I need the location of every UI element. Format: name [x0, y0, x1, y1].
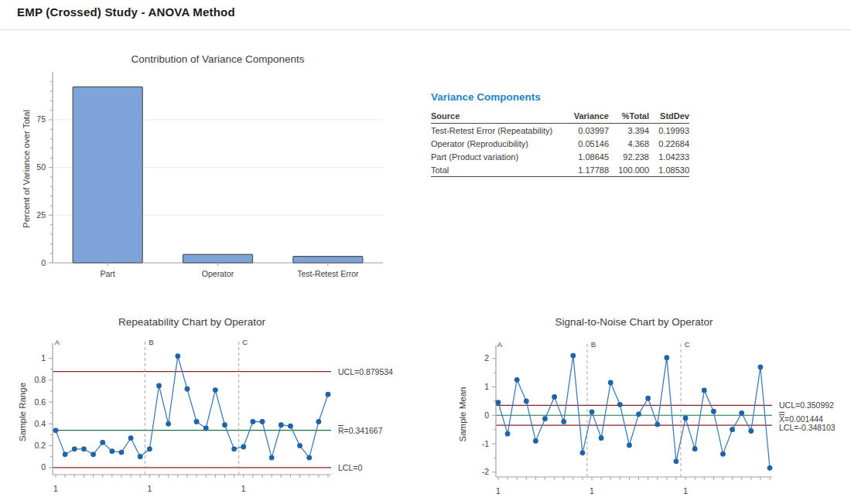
value-cell: 92.238	[609, 150, 649, 163]
data-point	[53, 427, 59, 433]
y-axis-title: Sample Range	[18, 383, 27, 441]
data-line	[498, 356, 770, 468]
contribution-of-variance-chart: Contribution of Variance Components02550…	[15, 43, 433, 309]
data-point	[279, 422, 284, 427]
data-point	[552, 394, 557, 400]
table-row: Part (Product variation)1.0864592.2381.0…	[431, 150, 689, 163]
source-cell: Part (Product variation)	[431, 150, 572, 163]
y-tick-label: 1	[484, 382, 489, 391]
operator-label: A	[55, 338, 60, 346]
y-tick-label: 0	[41, 462, 46, 472]
data-point	[260, 419, 265, 424]
lcl-label: LCL=0	[338, 463, 362, 472]
data-point	[542, 416, 548, 421]
data-point	[288, 424, 293, 429]
category-label: Test-Retest Error	[297, 269, 359, 278]
data-point	[91, 451, 96, 457]
title-divider	[0, 29, 851, 30]
data-point	[570, 353, 576, 359]
data-point	[316, 419, 321, 424]
x-start-label: 1	[53, 484, 58, 493]
y-tick-label: 0.2	[34, 441, 46, 450]
operator-label: A	[497, 340, 503, 349]
x-start-label: 1	[241, 484, 246, 493]
data-point	[306, 455, 312, 461]
data-point	[119, 450, 125, 455]
data-point	[739, 410, 744, 416]
value-cell: 0.22684	[649, 137, 689, 150]
source-cell: Total	[431, 163, 572, 177]
y-axis-title: Sample Mean	[458, 387, 467, 442]
bar-test-retest-error	[293, 257, 363, 263]
data-point	[636, 411, 641, 417]
y-tick-label: -1	[482, 439, 489, 448]
bar-operator	[183, 254, 253, 263]
data-point	[730, 427, 735, 432]
data-point	[683, 416, 689, 421]
data-point	[147, 446, 152, 451]
category-label: Part	[101, 269, 115, 278]
data-point	[166, 421, 171, 427]
data-point	[608, 380, 613, 386]
value-cell: 100.000	[609, 163, 649, 177]
value-cell: 4.368	[609, 137, 649, 150]
data-point	[241, 444, 246, 450]
data-point	[185, 387, 190, 392]
data-point	[674, 458, 679, 464]
data-point	[627, 442, 632, 448]
y-axis-title: Percent of Variance over Total	[22, 110, 31, 228]
y-tick-label: 0	[41, 258, 46, 267]
center-label: R=0.341667	[338, 426, 383, 435]
x-start-label: 1	[590, 486, 594, 495]
data-point	[203, 426, 209, 431]
column-header: StdDev	[649, 110, 689, 124]
source-cell: Test-Retest Error (Repeatability)	[431, 124, 572, 138]
data-point	[748, 428, 754, 434]
y-tick-label: 0.8	[34, 375, 46, 384]
value-cell: 0.03997	[572, 124, 609, 138]
data-point	[664, 355, 669, 360]
y-tick-label: 0.4	[34, 419, 46, 428]
lcl-label: LCL=-0.348103	[779, 423, 836, 432]
table-row: Test-Retest Error (Repeatability)0.03997…	[431, 124, 689, 138]
column-header: Variance	[572, 110, 609, 124]
data-point	[654, 422, 660, 427]
y-tick-label: 0.6	[34, 397, 46, 407]
data-point	[767, 465, 773, 471]
data-point	[138, 454, 143, 459]
category-label: Operator	[202, 269, 234, 278]
y-tick-label: 2	[484, 353, 489, 363]
variance-components-title: Variance Components	[431, 91, 698, 103]
data-point	[533, 438, 538, 444]
report-page: EMP (Crossed) Study - ANOVA Method Contr…	[0, 0, 851, 504]
value-cell: 0.05146	[572, 137, 609, 150]
table-header-row: SourceVariance%TotalStdDev	[431, 110, 689, 124]
data-point	[599, 435, 604, 441]
data-point	[222, 422, 227, 427]
x-start-label: 1	[147, 484, 152, 493]
variance-components-section: Variance Components SourceVariance%Total…	[431, 91, 698, 177]
y-tick-label: 75	[36, 114, 46, 124]
data-point	[561, 419, 566, 424]
data-point	[617, 402, 623, 407]
value-cell: 1.08645	[572, 150, 609, 163]
page-title: EMP (Crossed) Study - ANOVA Method	[17, 5, 235, 19]
value-cell: 1.08530	[649, 163, 689, 177]
data-point	[213, 387, 218, 393]
data-point	[297, 443, 302, 448]
value-cell: 0.19993	[649, 124, 689, 138]
data-point	[175, 353, 180, 359]
y-tick-label: 0	[484, 410, 489, 420]
data-point	[505, 431, 511, 437]
data-point	[72, 446, 77, 451]
ucl-label: UCL=0.350992	[779, 400, 834, 410]
data-point	[63, 451, 68, 457]
data-point	[496, 400, 501, 405]
data-point	[645, 396, 651, 401]
column-header: Source	[431, 110, 572, 124]
y-tick-label: 50	[36, 162, 46, 172]
data-point	[231, 446, 237, 451]
data-point	[514, 377, 520, 383]
column-header: %Total	[609, 110, 649, 124]
data-point	[702, 388, 707, 393]
